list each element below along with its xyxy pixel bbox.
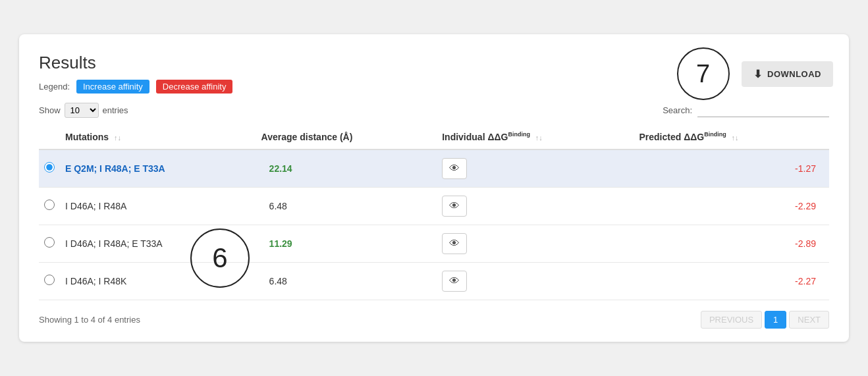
mutation-radio[interactable] [44, 275, 55, 285]
circle-number-badge: 7 [677, 47, 730, 100]
col-avg-distance: Average distance (Å) [256, 124, 437, 149]
col-mutations[interactable]: Mutations ↑↓ [60, 124, 256, 149]
show-entries-control: Show 10 25 50 100 entries [39, 103, 128, 118]
table-row[interactable]: I D46A; I R48K6.48👁-2.27 [39, 262, 829, 300]
mutation-radio[interactable] [44, 237, 55, 248]
col-individual-label: Individual ΔΔGBinding [442, 132, 530, 142]
radio-cell[interactable] [39, 149, 60, 188]
avg-distance-cell: 6.48 [256, 187, 437, 225]
legend-label: Legend: [39, 82, 70, 92]
search-label: Search: [663, 105, 692, 115]
download-button[interactable]: ⬇ DOWNLOAD [742, 61, 834, 87]
individual-ddg-cell[interactable]: 👁 [437, 225, 634, 262]
table-row[interactable]: I D46A; I R48A6.48👁-2.29 [39, 187, 829, 225]
radio-cell[interactable] [39, 262, 60, 300]
entries-label: entries [103, 105, 128, 115]
entries-select[interactable]: 10 25 50 100 [65, 103, 99, 118]
mutation-name-cell: I D46A; I R48A; E T33A [60, 225, 256, 262]
search-input[interactable] [697, 104, 829, 117]
mutation-radio[interactable] [44, 162, 55, 173]
table-header-row: Mutations ↑↓ Average distance (Å) Indivi… [39, 124, 829, 149]
individual-ddg-cell[interactable]: 👁 [437, 187, 634, 225]
next-page-button[interactable]: NEXT [789, 311, 829, 329]
col-mutations-label: Mutations [65, 132, 109, 142]
results-card: Results Legend: Increase affinity Decrea… [19, 34, 849, 342]
controls-row: Show 10 25 50 100 entries Search: [39, 103, 829, 118]
results-table: Mutations ↑↓ Average distance (Å) Indivi… [39, 124, 829, 300]
sort-predicted-icon: ↑↓ [732, 134, 739, 142]
badge-increase: Increase affinity [76, 80, 149, 94]
search-row: Search: [663, 104, 829, 117]
footer-row: Showing 1 to 4 of 4 entries PREVIOUS 1 N… [39, 311, 829, 329]
download-icon: ⬇ [753, 68, 763, 80]
pagination-controls: PREVIOUS 1 NEXT [701, 311, 829, 329]
table-row[interactable]: I D46A; I R48A; E T33A11.29👁-2.89 [39, 225, 829, 262]
eye-button[interactable]: 👁 [442, 233, 467, 254]
mutation-name-cell: I D46A; I R48K [60, 262, 256, 300]
showing-entries-text: Showing 1 to 4 of 4 entries [39, 315, 140, 325]
col-radio [39, 124, 60, 149]
avg-distance-cell: 6.48 [256, 262, 437, 300]
top-right-actions: 7 ⬇ DOWNLOAD [677, 47, 834, 100]
mutation-name-cell: E Q2M; I R48A; E T33A [60, 149, 256, 188]
individual-ddg-cell[interactable]: 👁 [437, 262, 634, 300]
eye-button[interactable]: 👁 [442, 196, 467, 217]
col-predicted-ddg[interactable]: Predicted ΔΔGBinding ↑↓ [634, 124, 829, 149]
table-row[interactable]: E Q2M; I R48A; E T33A22.14👁-1.27 [39, 149, 829, 188]
avg-distance-cell: 11.29 [256, 225, 437, 262]
avg-distance-cell: 22.14 [256, 149, 437, 188]
predicted-ddg-cell: -2.29 [634, 187, 829, 225]
previous-page-button[interactable]: PREVIOUS [701, 311, 762, 329]
radio-cell[interactable] [39, 187, 60, 225]
mutation-radio[interactable] [44, 200, 55, 210]
mutation-name-cell: I D46A; I R48A [60, 187, 256, 225]
eye-button[interactable]: 👁 [442, 271, 467, 292]
radio-cell[interactable] [39, 225, 60, 262]
predicted-ddg-cell: -1.27 [634, 149, 829, 188]
col-individual-ddg[interactable]: Individual ΔΔGBinding ↑↓ [437, 124, 634, 149]
download-label: DOWNLOAD [767, 69, 821, 79]
col-predicted-label: Predicted ΔΔGBinding [639, 132, 726, 142]
sort-mutations-icon: ↑↓ [114, 134, 121, 142]
sort-individual-icon: ↑↓ [535, 134, 543, 142]
badge-decrease: Decrease affinity [156, 80, 233, 94]
predicted-ddg-cell: -2.89 [634, 225, 829, 262]
predicted-ddg-cell: -2.27 [634, 262, 829, 300]
eye-button[interactable]: 👁 [442, 158, 467, 179]
page-1-button[interactable]: 1 [765, 311, 786, 329]
show-label: Show [39, 105, 61, 115]
individual-ddg-cell[interactable]: 👁 [437, 149, 634, 188]
